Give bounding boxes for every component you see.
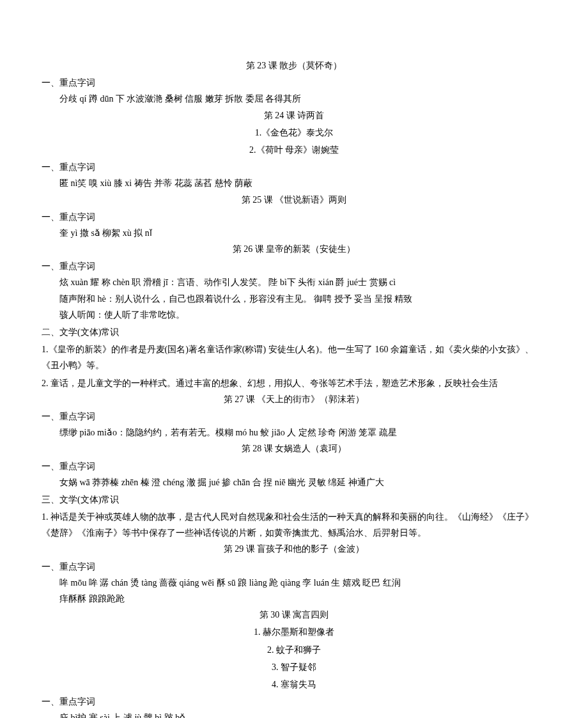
- lesson-30-content-1: 庇 bì护 塞 sài 上 遽 jù 髀 bì 跛 bǒ: [42, 710, 546, 718]
- lesson-26-content-2: 随声附和 hè：别人说什么，自己也跟着说什么，形容没有主见。 御聘 授予 妥当 …: [42, 291, 546, 307]
- lesson-30-sub-4: 4. 塞翁失马: [42, 676, 546, 692]
- lesson-25-section-1: 一、重点字词: [42, 209, 546, 225]
- lesson-23-section-1: 一、重点字词: [42, 75, 546, 91]
- lesson-30-sub-2: 2. 蚊子和狮子: [42, 642, 546, 658]
- lesson-26-lit-2: 2. 童话，是儿童文学的一种样式。通过丰富的想象、幻想，用拟人、夸张等艺术手法，…: [42, 375, 546, 391]
- lesson-29-title: 第 29 课 盲孩子和他的影子（金波）: [42, 541, 546, 557]
- lesson-30-sub-1: 1. 赫尔墨斯和塑像者: [42, 624, 546, 640]
- lesson-26-title: 第 26 课 皇帝的新装（安徒生）: [42, 241, 546, 257]
- lesson-26-content-1: 炫 xuàn 耀 称 chèn 职 滑稽 jī：言语、动作引人发笑。 陛 bì下…: [42, 274, 546, 290]
- lesson-28-lit-1: 1. 神话是关于神或英雄人物的故事，是古代人民对自然现象和社会生活的一种天真的解…: [42, 509, 546, 541]
- lesson-24-section-1: 一、重点字词: [42, 159, 546, 175]
- lesson-25-content-1: 奎 yì 撒 sǎ 柳絮 xù 拟 nǐ: [42, 225, 546, 241]
- lesson-30-sub-3: 3. 智子疑邻: [42, 659, 546, 675]
- lesson-30-section-1: 一、重点字词: [42, 694, 546, 710]
- lesson-23-title: 第 23 课 散步（莫怀奇）: [42, 58, 546, 74]
- lesson-27-content-1: 缥缈 piāo miǎo：隐隐约约，若有若无。模糊 mó hu 鲛 jiāo 人…: [42, 425, 546, 441]
- lesson-26-content-3: 骇人听闻：使人听了非常吃惊。: [42, 307, 546, 323]
- lesson-24-title: 第 24 课 诗两首: [42, 107, 546, 123]
- lesson-28-section-3: 三、文学(文体)常识: [42, 492, 546, 508]
- lesson-23-content-1: 分歧 qí 蹲 dūn 下 水波潋滟 桑树 信服 嫩芽 拆散 委屈 各得其所: [42, 91, 546, 107]
- lesson-28-section-1: 一、重点字词: [42, 458, 546, 474]
- lesson-26-lit-1: 1.《皇帝的新装》的作者是丹麦(国名)著名童话作家(称谓) 安徒生(人名)。他一…: [42, 341, 546, 373]
- lesson-29-section-1: 一、重点字词: [42, 559, 546, 575]
- lesson-27-title: 第 27 课 《天上的街市》（郭沫若）: [42, 391, 546, 407]
- lesson-28-title: 第 28 课 女娲造人（袁珂）: [42, 441, 546, 457]
- lesson-26-section-2: 二、文学(文体)常识: [42, 324, 546, 340]
- lesson-28-content-1: 女娲 wā 莽莽榛 zhēn 榛 澄 chéng 澈 掘 jué 掺 chān …: [42, 474, 546, 490]
- lesson-24-sub-1: 1.《金色花》泰戈尔: [42, 125, 546, 141]
- lesson-30-title: 第 30 课 寓言四则: [42, 607, 546, 623]
- lesson-29-content-1: 哞 mōu 哞 潺 chán 烫 tàng 蔷薇 qiáng wēi 酥 sū …: [42, 575, 546, 591]
- lesson-26-section-1: 一、重点字词: [42, 258, 546, 274]
- lesson-29-content-2: 痒酥酥 踉踉跄跄: [42, 591, 546, 607]
- lesson-27-section-1: 一、重点字词: [42, 409, 546, 425]
- lesson-25-title: 第 25 课 《世说新语》两则: [42, 192, 546, 208]
- lesson-24-sub-2: 2.《荷叶 母亲》谢婉莹: [42, 142, 546, 158]
- lesson-24-content-1: 匿 nì笑 嗅 xiù 膝 xi 祷告 并蒂 花蕊 菡萏 慈怜 荫蔽: [42, 175, 546, 191]
